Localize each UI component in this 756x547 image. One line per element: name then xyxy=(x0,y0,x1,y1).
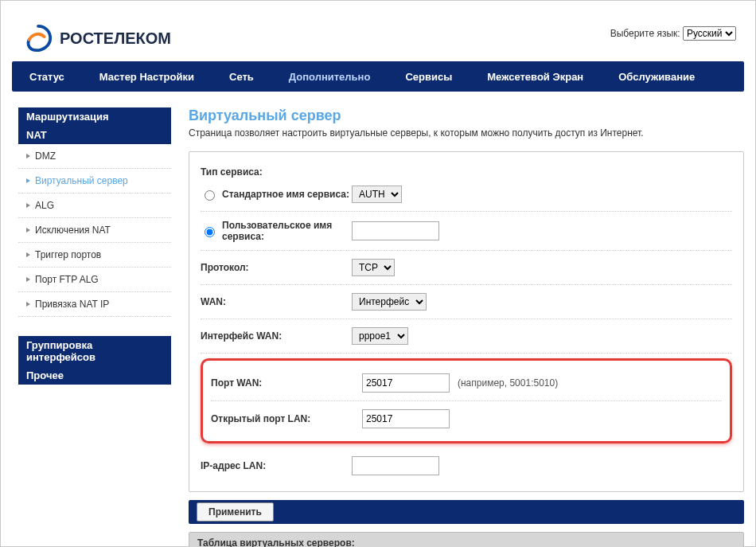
top-nav: Статус Мастер Настройки Сеть Дополнитель… xyxy=(12,61,744,92)
sidebar-section-routing[interactable]: Маршрутизация xyxy=(18,107,171,126)
port-lan-label: Открытый порт LAN: xyxy=(211,413,362,424)
ip-lan-label: IP-адрес LAN: xyxy=(201,460,352,471)
standard-service-radio[interactable] xyxy=(205,190,215,201)
standard-service-label: Стандартное имя сервиса: xyxy=(222,189,349,200)
apply-button[interactable]: Применить xyxy=(197,502,274,522)
language-bar: Выберите язык: Русский xyxy=(610,26,736,41)
chevron-right-icon xyxy=(26,252,30,257)
wan-label: WAN: xyxy=(201,296,352,307)
sidebar-item-dmz[interactable]: DMZ xyxy=(18,144,171,169)
port-wan-input[interactable] xyxy=(362,373,450,393)
nav-firewall[interactable]: Межсетевой Экран xyxy=(470,61,601,92)
chevron-right-icon xyxy=(26,277,30,282)
nav-maintenance[interactable]: Обслуживание xyxy=(601,61,712,92)
sidebar-item-virtual-server[interactable]: Виртуальный сервер xyxy=(18,169,171,193)
form-panel: Тип сервиса: Стандартное имя сервиса: AU… xyxy=(189,151,744,492)
nav-network[interactable]: Сеть xyxy=(212,61,271,92)
sidebar-item-nat-exclusions[interactable]: Исключения NAT xyxy=(18,218,171,243)
sidebar-item-ftp-alg-port[interactable]: Порт FTP ALG xyxy=(18,268,171,292)
servers-table-title: Таблица виртуальных серверов: xyxy=(189,532,744,547)
nav-advanced[interactable]: Дополнительно xyxy=(271,61,388,92)
chevron-right-icon xyxy=(26,228,30,232)
sidebar-item-port-trigger[interactable]: Триггер портов xyxy=(18,243,171,268)
custom-service-label: Пользовательское имя сервиса: xyxy=(222,220,352,242)
sidebar-section-nat[interactable]: NAT xyxy=(18,126,171,144)
nav-services[interactable]: Сервисы xyxy=(388,61,470,92)
nav-status[interactable]: Статус xyxy=(12,61,82,92)
content-area: Виртуальный сервер Страница позволяет на… xyxy=(189,107,744,547)
interface-wan-select[interactable]: pppoe1 xyxy=(352,327,408,345)
brand-name: РОСТЕЛЕКОМ xyxy=(60,29,171,48)
service-type-label: Тип сервиса: xyxy=(201,166,352,178)
chevron-right-icon xyxy=(26,203,30,208)
nav-wizard[interactable]: Мастер Настройки xyxy=(82,61,212,92)
page-title: Виртуальный сервер xyxy=(189,107,744,124)
custom-service-radio[interactable] xyxy=(205,227,215,237)
sidebar-item-alg[interactable]: ALG xyxy=(18,193,171,218)
standard-service-select[interactable]: AUTH xyxy=(352,186,402,203)
sidebar: Маршрутизация NAT DMZ Виртуальный сервер… xyxy=(12,107,171,547)
custom-service-input[interactable] xyxy=(352,221,439,240)
page-subtitle: Страница позволяет настроить виртуальные… xyxy=(189,127,744,139)
protocol-select[interactable]: TCP xyxy=(352,259,395,276)
chevron-right-icon xyxy=(26,302,30,307)
language-label: Выберите язык: xyxy=(610,28,680,39)
language-select[interactable]: Русский xyxy=(683,26,736,41)
logo-icon xyxy=(23,23,53,53)
protocol-label: Протокол: xyxy=(201,262,352,273)
sidebar-section-other[interactable]: Прочее xyxy=(18,366,171,385)
chevron-right-icon xyxy=(26,178,30,183)
port-lan-input[interactable] xyxy=(362,409,450,428)
port-wan-label: Порт WAN: xyxy=(211,377,362,389)
port-wan-hint: (например, 5001:5010) xyxy=(458,377,558,389)
interface-wan-label: Интерфейс WAN: xyxy=(201,330,352,342)
chevron-right-icon xyxy=(26,154,30,158)
ports-highlight: Порт WAN: (например, 5001:5010) Открытый… xyxy=(201,358,732,443)
wan-select[interactable]: Интерфейс xyxy=(352,293,427,311)
ip-lan-input[interactable] xyxy=(352,456,439,475)
apply-bar: Применить xyxy=(189,500,744,524)
sidebar-item-nat-ip-binding[interactable]: Привязка NAT IP xyxy=(18,292,171,317)
sidebar-section-grouping[interactable]: Группировка интерфейсов xyxy=(18,336,171,366)
